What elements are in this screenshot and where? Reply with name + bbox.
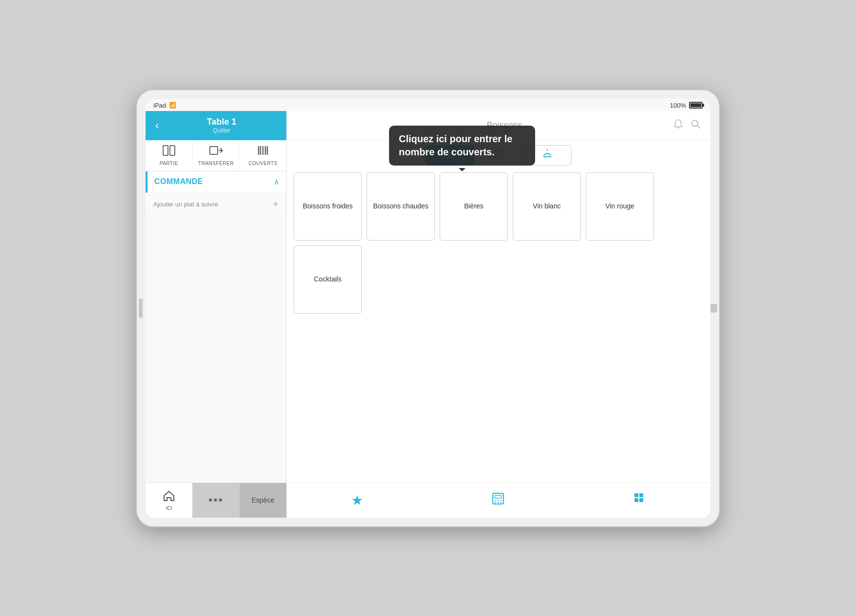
ici-button[interactable]: ICI xyxy=(146,483,192,518)
espece-label: Espèce xyxy=(251,496,274,504)
svg-rect-1 xyxy=(170,146,175,155)
product-label: Vin rouge xyxy=(605,202,634,210)
svg-point-20 xyxy=(500,500,501,501)
product-card-boissons-froides[interactable]: Boissons froides xyxy=(294,172,362,241)
table-info: Table 1 Quitter xyxy=(163,117,280,134)
couverts-label: COUVERTS xyxy=(248,161,277,166)
commande-chevron-icon: ∧ xyxy=(274,177,279,187)
svg-point-22 xyxy=(497,502,498,503)
transferer-icon xyxy=(209,145,223,159)
notification-icon[interactable] xyxy=(673,119,683,132)
add-plat-row[interactable]: Ajouter un plat à suivre + xyxy=(146,193,286,216)
more-button[interactable]: ••• xyxy=(192,483,239,518)
product-card-bieres[interactable]: Bières xyxy=(440,172,508,241)
svg-rect-25 xyxy=(639,493,643,497)
add-plat-label: Ajouter un plat à suivre xyxy=(153,201,218,208)
grid-icon xyxy=(633,492,647,509)
calculator-button[interactable] xyxy=(477,487,520,514)
svg-point-18 xyxy=(494,500,495,501)
product-card-vin-blanc[interactable]: Vin blanc xyxy=(513,172,581,241)
sidebar-bottom-bar: ICI ••• Espèce xyxy=(146,483,286,518)
product-card-cocktails[interactable]: Cocktails xyxy=(294,245,362,314)
tooltip-overlay: Cliquez ici pour entrer le nombre de cou… xyxy=(389,126,535,166)
home-icon xyxy=(163,490,175,504)
add-plat-plus-icon: + xyxy=(273,199,279,210)
calculator-icon xyxy=(491,492,505,509)
ici-label: ICI xyxy=(166,505,172,511)
svg-rect-27 xyxy=(639,498,643,502)
svg-rect-0 xyxy=(163,146,168,155)
dishes-tab-icon xyxy=(540,147,554,163)
product-label: Vin blanc xyxy=(533,202,560,210)
battery-icon xyxy=(689,102,703,109)
svg-rect-24 xyxy=(634,493,638,497)
partie-icon xyxy=(163,145,175,159)
product-card-boissons-chaudes[interactable]: Boissons chaudes xyxy=(367,172,435,241)
battery-percent-label: 100% xyxy=(670,102,686,109)
svg-rect-17 xyxy=(495,495,502,498)
transferer-label: TRANSFÉRER xyxy=(198,161,234,166)
back-button[interactable]: ‹ xyxy=(151,117,163,134)
svg-point-8 xyxy=(692,120,698,126)
tooltip-box: Cliquez ici pour entrer le nombre de cou… xyxy=(389,126,535,166)
side-button-left xyxy=(139,299,143,318)
status-left: iPad 📶 xyxy=(153,102,176,109)
product-label: Boissons chaudes xyxy=(373,202,428,210)
search-icon[interactable] xyxy=(691,119,701,131)
svg-rect-2 xyxy=(210,147,218,154)
sidebar-toolbar: PARTIE TRANSFÉRER xyxy=(146,140,286,171)
espece-button[interactable]: Espèce xyxy=(240,483,286,518)
couverts-icon xyxy=(257,145,269,159)
table-name-label: Table 1 xyxy=(163,117,280,127)
wifi-icon: 📶 xyxy=(169,102,176,109)
tooltip-text: Cliquez ici pour entrer le nombre de cou… xyxy=(399,133,512,157)
status-right: 100% xyxy=(670,102,703,109)
toolbar-partie[interactable]: PARTIE xyxy=(146,140,193,171)
sidebar-order-area xyxy=(146,216,286,483)
right-content: Cliquez ici pour entrer le nombre de cou… xyxy=(287,111,710,518)
product-label: Boissons froides xyxy=(303,202,353,210)
svg-point-21 xyxy=(494,502,495,503)
svg-point-23 xyxy=(500,502,501,503)
favorites-button[interactable]: ★ xyxy=(336,487,378,513)
star-icon: ★ xyxy=(351,492,363,508)
dots-icon: ••• xyxy=(208,493,223,507)
commande-section[interactable]: COMMANDE ∧ xyxy=(146,171,286,193)
sidebar-header: ‹ Table 1 Quitter xyxy=(146,111,286,140)
status-bar: iPad 📶 100% xyxy=(146,99,710,111)
right-bottom-bar: ★ xyxy=(287,483,710,518)
partie-label: PARTIE xyxy=(160,161,178,166)
grid-view-button[interactable] xyxy=(618,487,661,514)
product-card-vin-rouge[interactable]: Vin rouge xyxy=(586,172,654,241)
product-label: Bières xyxy=(464,202,484,210)
device-name-label: iPad xyxy=(153,102,166,109)
toolbar-transferer[interactable]: TRANSFÉRER xyxy=(193,140,240,171)
svg-line-9 xyxy=(697,126,700,128)
sidebar: ‹ Table 1 Quitter xyxy=(146,111,287,518)
toolbar-couverts[interactable]: COUVERTS xyxy=(240,140,286,171)
product-label: Cocktails xyxy=(314,275,342,283)
svg-point-19 xyxy=(497,500,498,501)
header-icons xyxy=(673,119,701,132)
product-grid: Boissons froides Boissons chaudes Bières… xyxy=(287,166,710,483)
svg-rect-26 xyxy=(634,498,638,502)
commande-label: COMMANDE xyxy=(154,177,203,186)
table-quit-label: Quitter xyxy=(163,127,280,134)
